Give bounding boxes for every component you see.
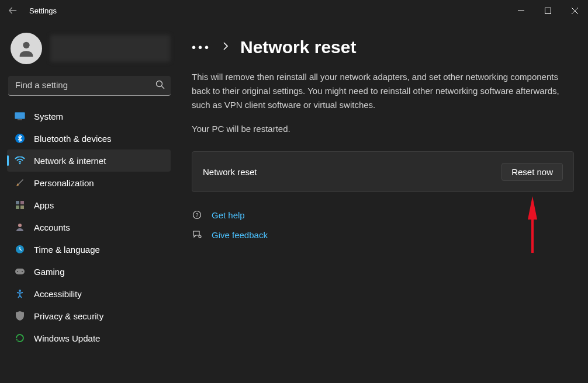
minimize-button[interactable] xyxy=(507,0,534,21)
sidebar-nav: System Bluetooth & devices Network & int… xyxy=(7,105,175,349)
feedback-icon xyxy=(192,229,202,240)
sidebar-item-windows-update[interactable]: Windows Update xyxy=(7,327,171,349)
svg-text:?: ? xyxy=(195,212,198,218)
titlebar: Settings xyxy=(0,0,588,21)
bluetooth-icon xyxy=(14,133,26,144)
close-icon xyxy=(572,8,578,14)
gamepad-icon xyxy=(14,266,26,277)
sidebar-item-label: Gaming xyxy=(34,267,65,277)
apps-icon xyxy=(14,199,26,211)
sidebar-item-network[interactable]: Network & internet xyxy=(7,149,171,172)
sidebar-item-label: Bluetooth & devices xyxy=(34,134,112,144)
window-title: Settings xyxy=(29,6,57,15)
card-label: Network reset xyxy=(203,167,257,177)
svg-point-2 xyxy=(157,81,162,87)
svg-point-11 xyxy=(18,224,22,227)
sidebar-item-label: Network & internet xyxy=(34,156,106,166)
sidebar-item-privacy[interactable]: Privacy & security xyxy=(7,305,171,327)
accessibility-icon xyxy=(14,288,26,300)
svg-rect-8 xyxy=(20,201,24,204)
search-input[interactable] xyxy=(8,76,171,96)
sidebar-item-accessibility[interactable]: Accessibility xyxy=(7,283,171,305)
arrow-left-icon xyxy=(9,6,17,15)
sidebar-item-label: Apps xyxy=(34,200,54,210)
help-icon: ? xyxy=(192,210,202,220)
svg-rect-7 xyxy=(16,201,19,204)
reset-now-button[interactable]: Reset now xyxy=(501,163,563,181)
shield-icon xyxy=(14,310,26,322)
get-help-link[interactable]: Get help xyxy=(212,210,245,220)
breadcrumb: ••• Network reset xyxy=(192,37,574,57)
breadcrumb-more-icon[interactable]: ••• xyxy=(192,41,211,54)
give-feedback-row[interactable]: Give feedback xyxy=(192,229,574,240)
clock-icon xyxy=(14,243,26,255)
search-icon xyxy=(155,80,165,92)
svg-rect-13 xyxy=(15,269,25,274)
sidebar-item-label: System xyxy=(34,112,63,121)
get-help-row[interactable]: ? Get help xyxy=(192,210,574,220)
sidebar-item-label: Time & language xyxy=(34,245,100,255)
avatar xyxy=(11,33,42,64)
svg-point-6 xyxy=(19,163,21,165)
person-icon xyxy=(16,39,36,58)
svg-point-14 xyxy=(17,271,18,272)
main-content: ••• Network reset This will remove then … xyxy=(175,21,588,383)
network-reset-card: Network reset Reset now xyxy=(192,151,574,192)
sidebar-item-label: Accessibility xyxy=(34,289,82,299)
svg-point-19 xyxy=(199,235,201,238)
window-controls xyxy=(507,0,588,21)
maximize-icon xyxy=(545,8,551,14)
help-links: ? Get help Give feedback xyxy=(192,210,574,240)
sidebar-item-label: Windows Update xyxy=(34,333,100,343)
description: This will remove then reinstall all your… xyxy=(192,70,566,112)
sidebar-item-system[interactable]: System xyxy=(7,105,171,127)
chevron-right-icon xyxy=(223,42,229,53)
accounts-icon xyxy=(14,221,26,233)
svg-point-1 xyxy=(23,42,29,48)
sidebar-item-apps[interactable]: Apps xyxy=(7,194,171,216)
sidebar-item-bluetooth[interactable]: Bluetooth & devices xyxy=(7,127,171,149)
sidebar-item-label: Personalization xyxy=(34,178,94,188)
sidebar-item-label: Privacy & security xyxy=(34,311,103,321)
sidebar: System Bluetooth & devices Network & int… xyxy=(0,21,175,383)
sidebar-item-accounts[interactable]: Accounts xyxy=(7,216,171,238)
svg-point-15 xyxy=(22,271,23,272)
maximize-button[interactable] xyxy=(534,0,561,21)
user-info-redacted xyxy=(50,35,170,62)
svg-rect-4 xyxy=(18,120,22,120)
sidebar-item-time-language[interactable]: Time & language xyxy=(7,238,171,260)
close-button[interactable] xyxy=(561,0,588,21)
system-icon xyxy=(14,110,26,122)
svg-rect-3 xyxy=(15,113,25,119)
svg-point-16 xyxy=(19,290,21,292)
sidebar-item-gaming[interactable]: Gaming xyxy=(7,260,171,283)
search-box[interactable] xyxy=(8,76,171,96)
svg-rect-9 xyxy=(16,206,19,209)
sidebar-item-personalization[interactable]: Personalization xyxy=(7,172,171,194)
user-profile[interactable] xyxy=(7,26,175,76)
svg-rect-0 xyxy=(545,8,551,13)
svg-rect-10 xyxy=(20,206,24,209)
restart-notice: Your PC will be restarted. xyxy=(192,124,574,134)
paintbrush-icon xyxy=(14,177,26,189)
wifi-icon xyxy=(14,155,26,166)
back-button[interactable] xyxy=(6,4,20,18)
page-title: Network reset xyxy=(240,37,356,57)
sidebar-item-label: Accounts xyxy=(34,222,70,232)
minimize-icon xyxy=(518,8,524,14)
give-feedback-link[interactable]: Give feedback xyxy=(212,230,268,240)
update-icon xyxy=(14,332,26,344)
